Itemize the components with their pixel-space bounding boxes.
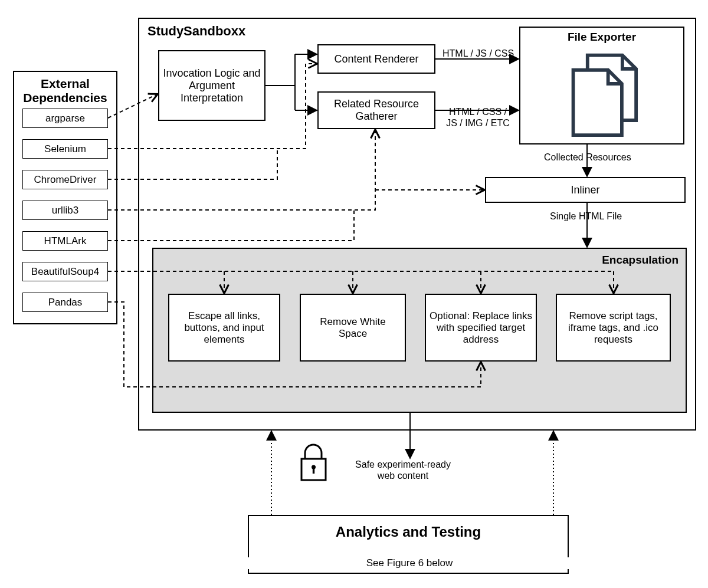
encapsulation-step-0: Escape all links, buttons, and input ele… xyxy=(168,294,280,362)
external-dependencies-title: External Dependencies xyxy=(14,77,116,105)
svg-rect-2 xyxy=(313,467,314,474)
invocation-box: Invocation Logic and Argument Interpreta… xyxy=(158,50,266,121)
edge-label-safe-content: Safe experiment-ready web content xyxy=(346,459,460,481)
encapsulation-title: Encapsulation xyxy=(590,254,678,267)
encapsulation-step-1: Remove White Space xyxy=(300,294,406,362)
edge-label-html-css-js-img-etc: HTML / CSS / JS / IMG / ETC xyxy=(441,106,514,129)
edge-label-collected-resources: Collected Resources xyxy=(543,152,632,163)
dep-chromedriver: ChromeDriver xyxy=(22,170,108,189)
edge-label-single-html-file: Single HTML File xyxy=(549,211,623,222)
diagram-canvas: External Dependencies argparse Selenium … xyxy=(0,0,708,588)
encapsulation-step-3: Remove script tags, iframe tags, and .ic… xyxy=(556,294,671,362)
dep-beautifulsoup4: BeautifulSoup4 xyxy=(22,262,108,281)
dep-htmlark: HTMLArk xyxy=(22,231,108,251)
studysandboxx-title: StudySandboxx xyxy=(148,24,245,39)
analytics-title: Analytics and Testing xyxy=(248,524,569,540)
file-exporter-title: File Exporter xyxy=(519,31,684,44)
documents-icon xyxy=(560,47,643,141)
related-resource-gatherer-box: Related Resource Gatherer xyxy=(317,91,435,129)
dep-pandas: Pandas xyxy=(22,293,108,312)
dep-urllib3: urllib3 xyxy=(22,201,108,220)
inliner-box: Inliner xyxy=(485,177,686,203)
edge-label-html-js-css: HTML / JS / CSS xyxy=(441,48,515,59)
dep-argparse: argparse xyxy=(22,109,108,128)
dep-selenium: Selenium xyxy=(22,139,108,159)
analytics-subtitle: See Figure 6 below xyxy=(248,557,571,569)
content-renderer-box: Content Renderer xyxy=(317,44,435,74)
encapsulation-step-2: Optional: Replace links with specified t… xyxy=(425,294,537,362)
lock-icon xyxy=(297,442,330,486)
